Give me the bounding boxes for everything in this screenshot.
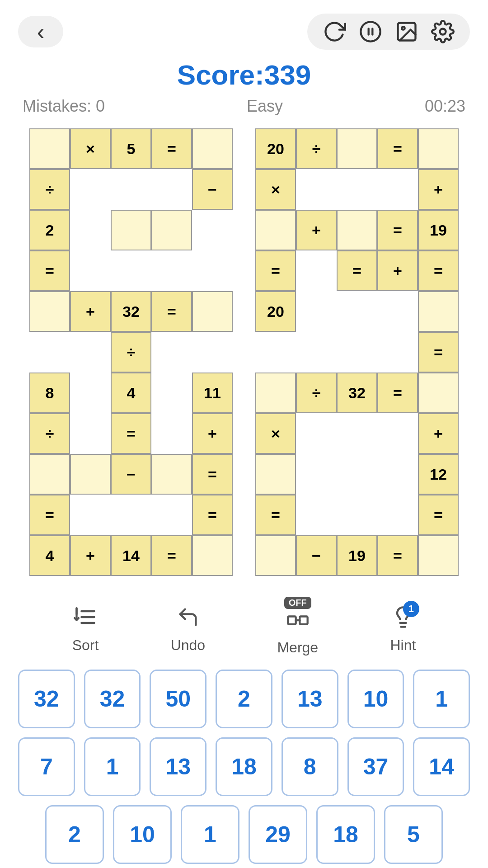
cell[interactable] [70, 454, 111, 495]
puzzle-top-left: × 5 = ÷ − 2 = [29, 128, 233, 332]
settings-button[interactable] [429, 18, 456, 45]
cell: = [255, 250, 296, 291]
svg-point-4 [402, 27, 405, 29]
tile-7[interactable]: 7 [18, 737, 75, 796]
cell: × [70, 128, 111, 169]
cell: 11 [192, 373, 233, 413]
tile-32b[interactable]: 32 [84, 670, 141, 728]
tiles-row-2: 7 1 13 18 8 37 14 [18, 737, 470, 796]
cell: ÷ [111, 332, 151, 373]
sort-label: Sort [72, 637, 99, 654]
undo-icon [176, 605, 200, 632]
puzzle-bottom-left: 8 4 11 ÷ = + − = [29, 373, 233, 576]
cell: = [151, 128, 192, 169]
cell: = [192, 454, 233, 495]
stats-row: Mistakes: 0 Easy 00:23 [0, 93, 488, 119]
cell: ÷ [296, 128, 337, 169]
cell [70, 169, 111, 210]
cell[interactable] [255, 373, 296, 413]
cell[interactable] [418, 373, 459, 413]
cell[interactable] [151, 454, 192, 495]
tile-14[interactable]: 14 [413, 737, 470, 796]
tile-37[interactable]: 37 [347, 737, 404, 796]
cell[interactable] [337, 210, 377, 250]
hint-button[interactable]: 1 Hint [390, 605, 416, 654]
cell: = [192, 495, 233, 535]
sort-button[interactable]: Sort [72, 605, 99, 654]
tile-1c[interactable]: 1 [181, 805, 239, 864]
cell: + [377, 250, 418, 291]
cell [70, 250, 111, 291]
cell: + [70, 535, 111, 576]
cell: 4 [111, 373, 151, 413]
cell[interactable] [255, 210, 296, 250]
cell: 19 [418, 210, 459, 250]
image-button[interactable] [393, 18, 420, 45]
cell: − [192, 169, 233, 210]
cell: + [418, 169, 459, 210]
cell: 2 [29, 210, 70, 250]
cell: = [377, 128, 418, 169]
cell[interactable] [418, 291, 459, 332]
tile-1a[interactable]: 1 [413, 670, 470, 728]
cell: 4 [29, 535, 70, 576]
cell: = [377, 535, 418, 576]
tiles-row-3: 2 10 1 29 18 5 [18, 805, 470, 864]
pause-button[interactable] [357, 18, 384, 45]
cell: = [418, 332, 459, 373]
tile-2a[interactable]: 2 [216, 670, 272, 728]
tile-10a[interactable]: 10 [347, 670, 404, 728]
header: ‹ [0, 0, 488, 54]
cell: 32 [111, 291, 151, 332]
cell [377, 291, 418, 332]
tile-18b[interactable]: 18 [316, 805, 375, 864]
tile-1b[interactable]: 1 [84, 737, 141, 796]
merge-button[interactable]: OFF Merge [277, 603, 318, 656]
tile-50[interactable]: 50 [150, 670, 206, 728]
cell[interactable] [255, 535, 296, 576]
cell: 20 [255, 291, 296, 332]
toolbar: Sort Undo OFF Merge 1 [0, 585, 488, 665]
svg-rect-11 [300, 617, 307, 624]
cell[interactable] [151, 210, 192, 250]
timer-label: 00:23 [425, 97, 465, 116]
cell: + [192, 413, 233, 454]
cell: 5 [111, 128, 151, 169]
tile-32a[interactable]: 32 [18, 670, 75, 728]
cell[interactable] [29, 291, 70, 332]
cell [192, 250, 233, 291]
cell[interactable] [192, 291, 233, 332]
undo-label: Undo [171, 637, 206, 654]
tile-29[interactable]: 29 [249, 805, 307, 864]
tile-8[interactable]: 8 [282, 737, 338, 796]
tile-13b[interactable]: 13 [150, 737, 206, 796]
cell [377, 169, 418, 210]
undo-button[interactable]: Undo [171, 605, 206, 654]
cell [377, 413, 418, 454]
cell[interactable] [337, 128, 377, 169]
cell[interactable] [192, 128, 233, 169]
cell[interactable] [29, 454, 70, 495]
puzzle-bottom-right: ÷ 32 = × + 12 = [255, 373, 459, 576]
cell [151, 250, 192, 291]
refresh-button[interactable] [321, 18, 348, 45]
cell[interactable] [192, 535, 233, 576]
tile-2b[interactable]: 2 [45, 805, 104, 864]
tile-10b[interactable]: 10 [113, 805, 172, 864]
cell[interactable] [111, 210, 151, 250]
cell[interactable] [29, 128, 70, 169]
cell: = [337, 250, 377, 291]
header-icon-group [307, 14, 470, 50]
cell[interactable] [418, 128, 459, 169]
tile-13a[interactable]: 13 [282, 670, 338, 728]
tile-18a[interactable]: 18 [216, 737, 272, 796]
cell: ÷ [296, 373, 337, 413]
back-button[interactable]: ‹ [18, 16, 63, 47]
cell [296, 250, 337, 291]
puzzle-area: × 5 = ÷ − 2 = [0, 119, 488, 585]
cell[interactable] [255, 454, 296, 495]
cell: + [296, 210, 337, 250]
tile-5[interactable]: 5 [384, 805, 443, 864]
cell[interactable] [418, 535, 459, 576]
cell [111, 495, 151, 535]
